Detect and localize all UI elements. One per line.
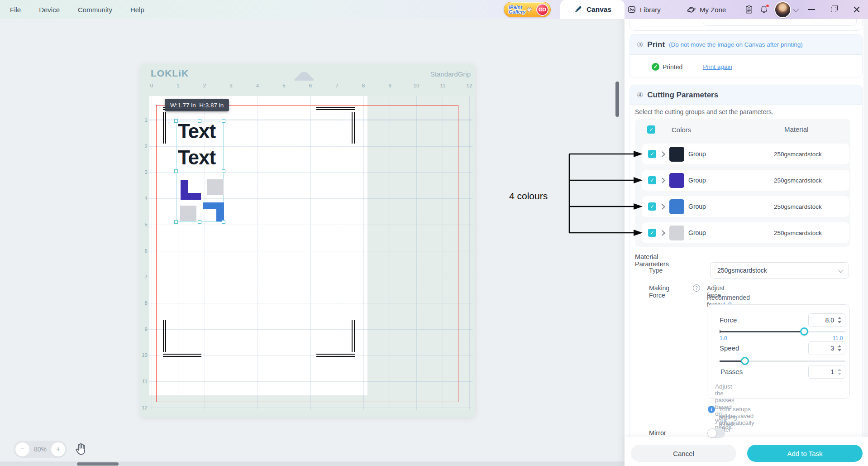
pan-hand-icon[interactable]	[74, 442, 89, 457]
group-2-checkbox[interactable]: ✓	[648, 176, 656, 184]
tab-canvas-label: Canvas	[587, 5, 611, 14]
tab-my-zone-label: My Zone	[700, 6, 726, 14]
mirror-toggle[interactable]	[707, 428, 725, 438]
ruler-v-label: 12	[142, 405, 148, 410]
passes-value[interactable]: 1	[830, 368, 834, 375]
ruler-h-label: 11	[440, 83, 446, 88]
speed-value[interactable]: 3	[830, 345, 834, 352]
ruler-v-label: 8	[145, 300, 148, 306]
chevron-down-icon	[838, 267, 844, 273]
add-to-task-button[interactable]: Add to Task	[747, 445, 863, 462]
speed-slider[interactable]	[720, 360, 845, 362]
tasks-clipboard-icon[interactable]	[744, 5, 754, 14]
menu-device[interactable]: Device	[39, 6, 60, 14]
speed-slider-thumb[interactable]	[741, 357, 749, 365]
zoom-out-button[interactable]: −	[15, 442, 29, 456]
window-close-button[interactable]	[853, 6, 860, 13]
speed-stepper[interactable]: 3	[808, 341, 845, 355]
group-3-checkbox[interactable]: ✓	[648, 202, 656, 211]
ruler-v-label: 5	[145, 222, 148, 227]
pen-icon	[573, 5, 582, 14]
panel-scrollbar-track[interactable]	[863, 19, 868, 437]
help-icon[interactable]: ?	[693, 284, 700, 292]
canvas-horizontal-scrollbar-track[interactable]	[0, 461, 625, 466]
design-shape-blue-corner[interactable]	[203, 202, 224, 221]
speed-decrement-icon[interactable]	[838, 349, 841, 351]
resize-handle-s[interactable]	[198, 220, 201, 224]
design-shape-gray-square-1[interactable]	[207, 179, 224, 195]
column-header-material: Material	[784, 125, 808, 133]
tab-my-zone[interactable]: My Zone	[687, 0, 726, 19]
resize-handle-sw[interactable]	[174, 220, 178, 224]
mirror-label: Mirror	[649, 429, 666, 437]
tab-library-label: Library	[640, 6, 661, 14]
mat-grip-label: StandardGrip	[407, 70, 471, 78]
resize-handle-ne[interactable]	[222, 119, 225, 123]
ruler-h-label: 9	[388, 83, 391, 88]
select-all-checkbox[interactable]: ✓	[647, 125, 655, 134]
passes-decrement-icon[interactable]	[838, 373, 841, 375]
material-parameters-title: Material Parameters	[635, 253, 669, 268]
ruler-v-label: 1	[145, 117, 148, 123]
group-1-checkbox[interactable]: ✓	[648, 150, 656, 158]
notifications-bell-icon[interactable]	[759, 5, 768, 14]
mirror-toggle-knob	[708, 429, 716, 437]
zoom-control: − 80% +	[14, 441, 67, 458]
passes-increment-icon[interactable]	[838, 369, 841, 371]
force-slider-thumb[interactable]	[800, 327, 808, 336]
passes-stepper[interactable]: 1	[808, 365, 845, 379]
avatar[interactable]	[774, 1, 791, 18]
ruler-h-label: 12	[467, 83, 472, 88]
design-text-1[interactable]: Text	[178, 121, 223, 141]
canvas-vertical-scrollbar[interactable]	[615, 82, 619, 117]
force-decrement-icon[interactable]	[838, 321, 841, 323]
account-chevron-down-icon[interactable]	[793, 6, 799, 12]
force-value[interactable]: 8.0	[825, 317, 834, 324]
ipaint-gallery-badge[interactable]: iPaint Gallery GO	[504, 2, 551, 17]
ruler-h-label: 3	[229, 83, 232, 88]
ruler-v-label: 3	[145, 169, 148, 175]
material-type-dropdown[interactable]: 250gsmcardstock	[711, 262, 849, 279]
window-minimize-button[interactable]	[808, 9, 815, 10]
title-bar: File Device Community Help iPaint Galler…	[0, 0, 868, 19]
resize-handle-w[interactable]	[174, 169, 178, 173]
resize-handle-se[interactable]	[222, 220, 225, 224]
ruler-v-label: 4	[145, 196, 148, 201]
go-button[interactable]: GO	[536, 4, 548, 16]
tab-canvas[interactable]: Canvas	[560, 0, 625, 19]
cancel-button[interactable]: Cancel	[631, 445, 736, 462]
resize-handle-e[interactable]	[222, 169, 225, 173]
canvas-horizontal-scrollbar-thumb[interactable]	[77, 462, 119, 466]
design-shape-gray-square-2[interactable]	[180, 206, 196, 221]
group-4-checkbox[interactable]: ✓	[648, 229, 656, 237]
group-2-label: Group	[688, 177, 706, 184]
force-label: Force	[720, 316, 737, 324]
resize-handle-n[interactable]	[198, 119, 201, 123]
passes-label: Passes	[720, 368, 743, 375]
force-stepper[interactable]: 8.0	[808, 313, 845, 327]
resize-handle-nw[interactable]	[174, 119, 178, 123]
force-increment-icon[interactable]	[838, 317, 841, 319]
print-section: ③ Print (Do not move the image on Canvas…	[630, 34, 863, 77]
group-4-label: Group	[688, 229, 706, 236]
speed-increment-icon[interactable]	[838, 345, 841, 347]
menu-bar: File Device Community Help	[10, 0, 144, 19]
loklik-studio-window: LOKLiK StandardGrip 0123456789101112 123…	[0, 0, 868, 466]
design-shape-purple-L[interactable]	[181, 180, 201, 200]
palette-icon	[526, 6, 533, 13]
window-restore-button[interactable]	[831, 7, 836, 12]
menu-help[interactable]: Help	[130, 6, 144, 14]
making-force-label: Making Force	[649, 284, 669, 299]
cutting-parameters-header: ④ Cutting Parameters	[630, 85, 862, 105]
library-icon	[627, 5, 636, 14]
force-slider[interactable]	[720, 331, 845, 332]
group-2-color-swatch	[669, 173, 684, 188]
group-3-color-swatch	[669, 199, 684, 214]
tab-library[interactable]: Library	[627, 0, 661, 19]
design-text-2[interactable]: Text	[178, 148, 223, 168]
menu-file[interactable]: File	[10, 6, 21, 14]
print-again-link[interactable]: Print again	[703, 63, 732, 70]
menu-community[interactable]: Community	[78, 6, 112, 14]
zoom-in-button[interactable]: +	[51, 442, 65, 456]
size-tooltip: W:1.77 in H:3.87 in	[165, 99, 229, 111]
